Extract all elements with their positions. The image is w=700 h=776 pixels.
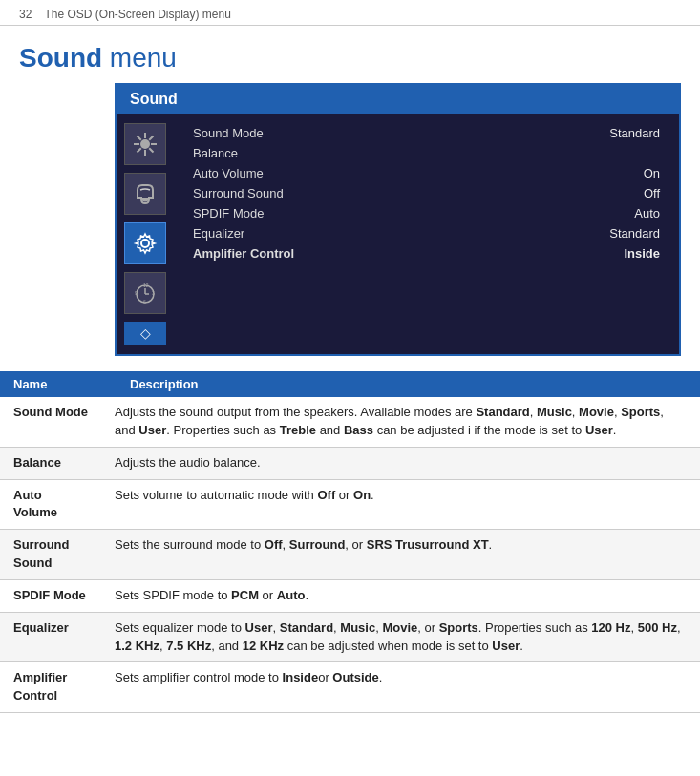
row-name-sound-mode: Sound Mode — [0, 397, 101, 447]
row-name-amplifier-control: AmplifierControl — [0, 662, 101, 713]
svg-text:9: 9 — [135, 290, 138, 296]
description-table: Name Description Sound Mode Adjusts the … — [0, 371, 700, 713]
table-row: Equalizer Sets equalizer mode to User, S… — [0, 612, 700, 662]
menu-row-spdif-mode[interactable]: SPDIF Mode Auto — [193, 203, 660, 223]
svg-line-6 — [149, 148, 153, 152]
osd-nav-button[interactable]: ◇ — [124, 322, 166, 345]
row-desc-balance: Adjusts the audio balance. — [101, 447, 700, 479]
svg-line-7 — [149, 136, 153, 140]
row-desc-spdif-mode: Sets SPDIF mode to PCM or Auto. — [101, 579, 700, 612]
svg-text:12: 12 — [143, 283, 149, 288]
osd-icon-timer[interactable]: 12 9 3 6 — [124, 272, 166, 314]
page-header: 32 The OSD (On-Screen Display) menu — [0, 0, 700, 26]
table-row: AmplifierControl Sets amplifier control … — [0, 662, 700, 713]
table-header-description: Description — [101, 371, 700, 397]
row-name-surround-sound: SurroundSound — [0, 530, 101, 580]
svg-line-5 — [138, 136, 141, 140]
svg-point-9 — [141, 240, 149, 247]
svg-point-0 — [140, 139, 150, 149]
row-desc-equalizer: Sets equalizer mode to User, Standard, M… — [101, 612, 700, 662]
table-row: AutoVolume Sets volume to automatic mode… — [0, 479, 700, 530]
table-row: Sound Mode Adjusts the sound output from… — [0, 397, 700, 447]
page-title-section: Sound menu — [0, 26, 700, 83]
row-desc-amplifier-control: Sets amplifier control mode to Insideor … — [101, 662, 700, 713]
row-name-balance: Balance — [0, 447, 101, 479]
row-desc-auto-volume: Sets volume to automatic mode with Off o… — [101, 479, 700, 530]
svg-text:3: 3 — [152, 290, 155, 296]
page-number: 32 — [19, 8, 32, 21]
row-desc-surround-sound: Sets the surround mode to Off, Surround,… — [101, 530, 700, 580]
menu-row-auto-volume[interactable]: Auto Volume On — [193, 163, 660, 183]
osd-icon-settings[interactable] — [124, 222, 166, 264]
table-row: SPDIF Mode Sets SPDIF mode to PCM or Aut… — [0, 579, 700, 612]
menu-row-balance[interactable]: Balance — [193, 143, 660, 163]
page-title: Sound menu — [19, 43, 681, 73]
row-name-spdif-mode: SPDIF Mode — [0, 579, 101, 612]
menu-row-sound-mode[interactable]: Sound Mode Standard — [193, 123, 660, 143]
menu-row-surround-sound[interactable]: Surround Sound Off — [193, 183, 660, 203]
row-name-equalizer: Equalizer — [0, 612, 101, 662]
menu-row-amplifier-control[interactable]: Amplifier Control Inside — [193, 243, 660, 263]
section-title: The OSD (On-Screen Display) menu — [44, 8, 230, 21]
osd-icon-sound[interactable] — [124, 123, 166, 165]
osd-icon-input[interactable] — [124, 173, 166, 215]
svg-text:6: 6 — [143, 299, 146, 304]
table-row: Balance Adjusts the audio balance. — [0, 447, 700, 479]
row-name-auto-volume: AutoVolume — [0, 479, 101, 530]
svg-line-8 — [138, 148, 141, 152]
osd-menu-list: Sound Mode Standard Balance Auto Volume … — [174, 114, 679, 354]
osd-icon-column: 12 9 3 6 ◇ — [117, 114, 174, 354]
row-desc-sound-mode: Adjusts the sound output from the speake… — [101, 397, 700, 447]
table-header-name: Name — [0, 371, 101, 397]
osd-title-bar: Sound — [117, 85, 679, 114]
menu-row-equalizer[interactable]: Equalizer Standard — [193, 223, 660, 243]
table-row: SurroundSound Sets the surround mode to … — [0, 530, 700, 580]
osd-panel: Sound — [115, 83, 681, 356]
